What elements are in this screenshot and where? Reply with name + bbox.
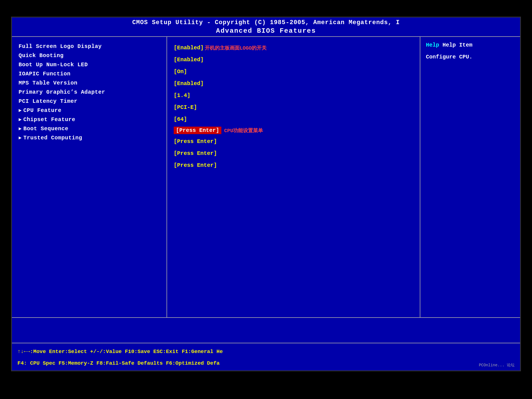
trusted-computing-label: Trusted Computing <box>23 135 82 141</box>
value-row-6: [PCI-E] <box>174 101 413 113</box>
help-label: Help <box>426 42 443 48</box>
header-top-line: CMOS Setup Utility - Copyright (C) 1985-… <box>12 19 520 26</box>
item-label: Help Item <box>443 42 472 48</box>
menu-item-boot-sequence[interactable]: ► Boot Sequence <box>19 124 160 133</box>
bios-screen: CMOS Setup Utility - Copyright (C) 1985-… <box>11 17 521 371</box>
chipset-feature-label: Chipset Feature <box>23 116 75 123</box>
value-row-8: [Press Enter] CPU功能设置菜单 <box>174 125 413 135</box>
menu-item-full-screen-logo[interactable]: Full Screen Logo Display <box>19 42 160 51</box>
arrow-icon-trusted: ► <box>19 135 22 141</box>
value-row-1: [Enabled] 开机的主板画面LOGO的开关 <box>174 42 413 54</box>
middle-panel: [Enabled] 开机的主板画面LOGO的开关 [Enabled] [On] … <box>167 37 420 317</box>
value-quick-booting[interactable]: [Enabled] <box>174 55 204 64</box>
cpu-feature-label: CPU Feature <box>23 107 62 114</box>
value-mps-table[interactable]: [1.4] <box>174 91 190 100</box>
boot-sequence-label: Boot Sequence <box>23 126 68 132</box>
value-boot-up-numlock[interactable]: [On] <box>174 67 187 76</box>
footer-row-1: ↑↓←→:Move Enter:Select +/-/:Value F10:Sa… <box>17 346 515 358</box>
menu-item-quick-booting[interactable]: Quick Booting <box>19 51 160 60</box>
header-sub-line: Advanced BIOS Features <box>12 27 520 35</box>
menu-item-ioapic[interactable]: IOAPIC Function <box>19 69 160 78</box>
value-row-10: [Press Enter] <box>174 147 413 159</box>
left-panel: Full Screen Logo Display Quick Booting B… <box>12 37 167 317</box>
value-row-5: [1.4] <box>174 89 413 101</box>
footer-bar: ↑↓←→:Move Enter:Select +/-/:Value F10:Sa… <box>12 343 520 370</box>
annotation-full-screen-logo: 开机的主板画面LOGO的开关 <box>205 45 267 51</box>
value-full-screen-logo[interactable]: [Enabled] <box>174 43 204 52</box>
value-trusted-computing[interactable]: [Press Enter] <box>174 161 217 170</box>
annotation-cpu-feature: CPU功能设置菜单 <box>224 127 263 134</box>
arrow-icon-chipset: ► <box>19 117 22 122</box>
menu-item-primary-graphic[interactable]: Primary Graphic’s Adapter <box>19 88 160 97</box>
menu-item-mps-table[interactable]: MPS Table Version <box>19 78 160 88</box>
value-row-11: [Press Enter] <box>174 159 413 171</box>
value-row-9: [Press Enter] <box>174 135 413 147</box>
value-chipset-feature[interactable]: [Press Enter] <box>174 137 217 146</box>
value-cpu-feature[interactable]: [Press Enter] <box>174 127 221 134</box>
value-ioapic[interactable]: [Enabled] <box>174 79 204 88</box>
value-row-3: [On] <box>174 66 413 78</box>
header-bar: CMOS Setup Utility - Copyright (C) 1985-… <box>12 17 520 37</box>
help-content: Configure CPU. <box>426 53 515 62</box>
help-title: Help Help Item <box>426 42 515 48</box>
watermark: PCOnline... 论坛 <box>479 363 515 368</box>
value-row-4: [Enabled] <box>174 78 413 89</box>
menu-item-cpu-feature[interactable]: ► CPU Feature <box>19 106 160 115</box>
menu-item-chipset-feature[interactable]: ► Chipset Feature <box>19 115 160 124</box>
value-row-2: [Enabled] <box>174 54 413 66</box>
menu-item-boot-up-numlock[interactable]: Boot Up Num-Lock LED <box>19 60 160 69</box>
value-boot-sequence[interactable]: [Press Enter] <box>174 149 217 158</box>
arrow-icon-cpu: ► <box>19 108 22 113</box>
value-primary-graphic[interactable]: [PCI-E] <box>174 103 197 112</box>
right-panel: Help Help Item Configure CPU. <box>420 37 520 317</box>
arrow-icon-boot: ► <box>19 126 22 132</box>
value-pci-latency[interactable]: [64] <box>174 115 187 124</box>
value-row-7: [64] <box>174 113 413 125</box>
footer-row-2: F4: CPU Spec F5:Memory-Z F8:Fail-Safe De… <box>17 358 515 369</box>
menu-item-trusted-computing[interactable]: ► Trusted Computing <box>19 133 160 142</box>
menu-item-pci-latency[interactable]: PCI Latency Timer <box>19 97 160 106</box>
main-content: Full Screen Logo Display Quick Booting B… <box>12 37 520 318</box>
